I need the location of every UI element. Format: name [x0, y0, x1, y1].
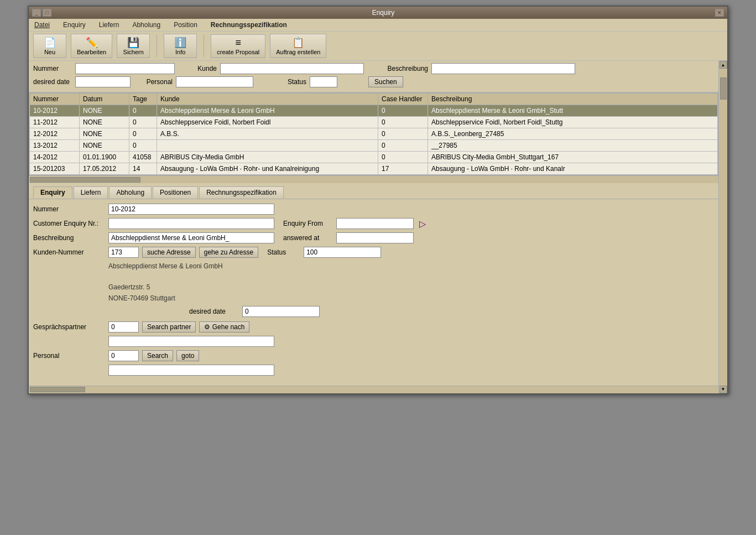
table-cell: NONE	[80, 117, 129, 128]
menu-liefern[interactable]: Liefern	[97, 20, 122, 30]
table-cell: 11-2012	[30, 117, 80, 128]
goto-button[interactable]: goto	[176, 350, 199, 361]
address-line2	[108, 272, 714, 282]
beschreibung-row: Beschreibung answered at	[33, 232, 714, 243]
menu-rechnungsspezifikation[interactable]: Rechnungsspezifikation	[208, 20, 289, 30]
tab-positionen[interactable]: Positionen	[153, 186, 198, 199]
personal-text-row	[33, 365, 714, 376]
table-cell: Absaugung - LoWa GmbH · Rohr- und Kanalr…	[157, 163, 378, 175]
detail-nummer-label: Nummer	[33, 205, 105, 213]
gespraechspartner-label: Gesprächspartner	[33, 323, 105, 331]
scroll-up-arrow[interactable]: ▲	[719, 61, 727, 69]
sichern-button[interactable]: 💾 Sichern	[117, 34, 150, 58]
tab-liefern[interactable]: Liefern	[74, 186, 108, 199]
table-cell: Abschleppdienst Merse & Leoni GmbH_Stutt	[428, 105, 718, 117]
address-line3: Gaedertzstr. 5	[108, 282, 714, 293]
search-area: Nummer Kunde Beschreibung desired date P…	[29, 61, 718, 92]
enquiry-from-input[interactable]	[336, 218, 414, 229]
desired-date-input[interactable]	[75, 76, 131, 87]
create-proposal-label: create Proposal	[217, 49, 259, 55]
table-cell: 0	[129, 128, 157, 140]
answered-at-input[interactable]	[336, 232, 414, 243]
kunden-nummer-row: Kunden-Nummer suche Adresse gehe zu Adre…	[33, 247, 714, 258]
tab-rechnungsspezifikation[interactable]: Rechnungsspezifikation	[199, 186, 284, 199]
nummer-search-input[interactable]	[75, 63, 175, 74]
table-cell: Absaugung - LoWa GmbH · Rohr- und Kanalr	[428, 163, 718, 175]
table-row[interactable]: 12-2012NONE0A.B.S.0A.B.S._Leonberg_27485	[30, 128, 718, 140]
search-button[interactable]: Search	[142, 350, 173, 361]
main-content: Nummer Kunde Beschreibung desired date P…	[29, 61, 718, 393]
gespraechspartner-num-input[interactable]	[108, 321, 139, 333]
status-detail-input[interactable]	[304, 247, 381, 258]
suchen-button[interactable]: Suchen	[368, 76, 403, 87]
beschreibung-search-input[interactable]	[431, 63, 575, 74]
table-cell: 0	[129, 140, 157, 152]
detail-area: Nummer Customer Enquiry Nr.: Enquiry Fro…	[29, 199, 718, 383]
menu-enquiry[interactable]: Enquiry	[61, 20, 88, 30]
bearbeiten-label: Bearbeiten	[77, 49, 106, 55]
close-controls[interactable]: ✕	[715, 9, 724, 17]
minimize-button[interactable]: _	[32, 9, 41, 17]
h-scroll-thumb[interactable]	[30, 177, 140, 183]
col-header-tage: Tage	[129, 94, 157, 105]
suche-adresse-button[interactable]: suche Adresse	[142, 247, 196, 258]
detail-nummer-input[interactable]	[108, 204, 274, 215]
info-button[interactable]: ℹ️ Info	[164, 34, 197, 58]
table-cell: NONE	[80, 128, 129, 140]
customer-enquiry-row: Customer Enquiry Nr.: Enquiry From ▷	[33, 218, 714, 229]
beschreibung-search-label: Beschreibung	[378, 65, 428, 72]
gehe-zu-adresse-button[interactable]: gehe zu Adresse	[199, 247, 258, 258]
table-cell: 0	[378, 105, 428, 117]
personal-text-input[interactable]	[108, 365, 274, 376]
tab-enquiry[interactable]: Enquiry	[33, 186, 72, 199]
bearbeiten-button[interactable]: ✏️ Bearbeiten	[71, 34, 112, 58]
menu-bar: Datei Enquiry Liefern Abholung Position …	[29, 19, 727, 32]
scroll-down-arrow[interactable]: ▼	[719, 386, 727, 393]
kunde-search-input[interactable]	[220, 63, 364, 74]
status-search-input[interactable]	[310, 76, 337, 87]
customer-enquiry-input[interactable]	[108, 218, 274, 229]
table-row[interactable]: 14-201201.01.190041058ABRIBUS City-Media…	[30, 152, 718, 163]
status-detail-label: Status	[267, 248, 300, 256]
create-proposal-icon: ≡	[235, 37, 241, 49]
menu-position[interactable]: Position	[171, 20, 200, 30]
bottom-scrollbar[interactable]	[29, 386, 718, 393]
close-button[interactable]: ✕	[715, 9, 724, 17]
menu-abholung[interactable]: Abholung	[130, 20, 163, 30]
window-controls[interactable]: _ □	[32, 9, 51, 17]
desired-date-detail-row: desired date	[33, 306, 714, 317]
table-row[interactable]: 13-2012NONE00__27985	[30, 140, 718, 152]
bottom-scroll-thumb[interactable]	[30, 387, 85, 392]
search-partner-button[interactable]: Search partner	[142, 321, 196, 333]
col-header-nummer: Nummer	[30, 94, 80, 105]
maximize-button[interactable]: □	[43, 9, 51, 17]
table-cell: 0	[378, 117, 428, 128]
create-proposal-button[interactable]: ≡ create Proposal	[211, 34, 265, 58]
table-row[interactable]: 15-20120317.05.201214Absaugung - LoWa Gm…	[30, 163, 718, 175]
personal-num-input[interactable]	[108, 350, 139, 361]
auftrag-erstellen-button[interactable]: 📋 Auftrag erstellen	[270, 34, 326, 58]
toolbar-separator2	[204, 35, 204, 57]
menu-datei[interactable]: Datei	[32, 20, 52, 30]
gespraechspartner-text-input[interactable]	[108, 336, 274, 347]
neu-button[interactable]: 📄 Neu	[33, 34, 66, 58]
address-line4: NONE-70469 Stuttgart	[108, 293, 714, 304]
tab-abholung[interactable]: Abholung	[109, 186, 152, 199]
table-cell: NONE	[80, 140, 129, 152]
table-cell: 15-201203	[30, 163, 80, 175]
beschreibung-input[interactable]	[108, 232, 274, 243]
content-layout: Nummer Kunde Beschreibung desired date P…	[29, 61, 727, 393]
v-scroll-thumb[interactable]	[720, 77, 727, 100]
desired-date-detail-input[interactable]	[242, 306, 320, 317]
table-row[interactable]: 10-2012NONE0Abschleppdienst Merse & Leon…	[30, 105, 718, 117]
personal-input[interactable]	[176, 76, 253, 87]
table-row[interactable]: 11-2012NONE0Abschleppservice Foidl, Norb…	[30, 117, 718, 128]
gehe-nach-button[interactable]: ⚙ Gehe nach	[199, 321, 249, 333]
v-scrollbar[interactable]: ▲ ▼	[718, 61, 727, 393]
address-line1: Abschleppdienst Merse & Leoni GmbH	[108, 261, 714, 272]
beschreibung-label: Beschreibung	[33, 234, 105, 242]
neu-icon: 📄	[44, 37, 56, 49]
kunden-nummer-input[interactable]	[108, 247, 139, 258]
h-scrollbar[interactable]	[29, 175, 718, 183]
search-row-2: desired date Personal Status Suchen	[33, 76, 714, 87]
